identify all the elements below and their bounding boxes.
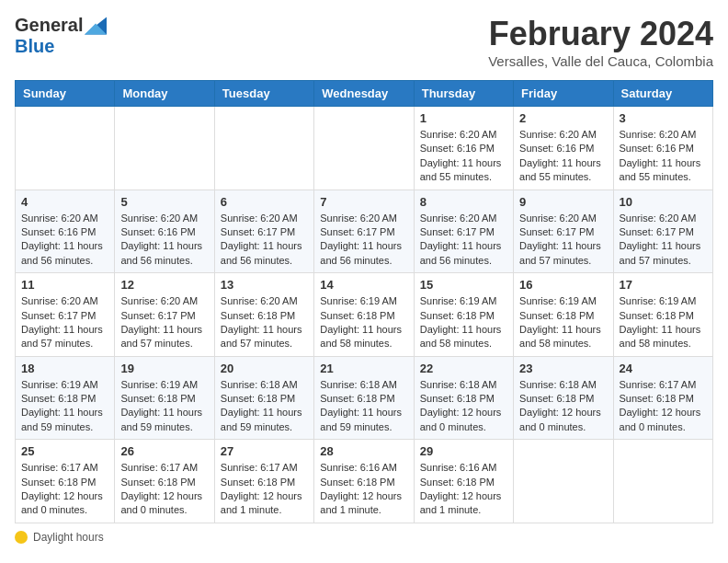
calendar-cell: 27Sunrise: 6:17 AMSunset: 6:18 PMDayligh… (214, 440, 313, 523)
day-info: Sunrise: 6:18 AMSunset: 6:18 PMDaylight:… (221, 378, 308, 435)
day-info: Sunrise: 6:19 AMSunset: 6:18 PMDaylight:… (320, 294, 407, 351)
day-info: Sunrise: 6:18 AMSunset: 6:18 PMDaylight:… (320, 378, 407, 435)
day-number: 21 (320, 362, 407, 375)
calendar-cell: 10Sunrise: 6:20 AMSunset: 6:17 PMDayligh… (613, 190, 712, 273)
day-info: Sunrise: 6:17 AMSunset: 6:18 PMDaylight:… (620, 378, 707, 435)
day-info: Sunrise: 6:20 AMSunset: 6:17 PMDaylight:… (120, 294, 208, 351)
calendar-week-row: 25Sunrise: 6:17 AMSunset: 6:18 PMDayligh… (16, 440, 713, 523)
day-number: 9 (519, 195, 607, 209)
calendar-cell: 23Sunrise: 6:18 AMSunset: 6:18 PMDayligh… (514, 356, 613, 440)
weekday-header-thursday: Thursday (414, 81, 513, 107)
day-number: 17 (620, 278, 707, 292)
day-number: 11 (21, 278, 108, 292)
weekday-header-saturday: Saturday (613, 81, 712, 107)
title-area: February 2024 Versalles, Valle del Cauca… (488, 15, 713, 69)
day-number: 20 (221, 362, 308, 375)
footer-note: Daylight hours (15, 531, 713, 544)
calendar-cell: 18Sunrise: 6:19 AMSunset: 6:18 PMDayligh… (16, 356, 115, 440)
weekday-header-row: SundayMondayTuesdayWednesdayThursdayFrid… (16, 81, 713, 107)
day-info: Sunrise: 6:20 AMSunset: 6:17 PMDaylight:… (620, 212, 707, 269)
calendar-cell: 5Sunrise: 6:20 AMSunset: 6:16 PMDaylight… (115, 190, 214, 273)
calendar-cell (314, 107, 414, 190)
logo-icon (85, 17, 107, 35)
day-number: 25 (21, 444, 108, 458)
day-info: Sunrise: 6:20 AMSunset: 6:17 PMDaylight:… (21, 294, 108, 351)
day-number: 27 (221, 444, 308, 458)
day-info: Sunrise: 6:20 AMSunset: 6:17 PMDaylight:… (519, 212, 607, 269)
day-info: Sunrise: 6:19 AMSunset: 6:18 PMDaylight:… (620, 294, 707, 351)
day-number: 23 (519, 362, 607, 375)
weekday-header-wednesday: Wednesday (314, 81, 414, 107)
day-number: 12 (120, 278, 208, 292)
day-number: 10 (620, 195, 707, 209)
day-info: Sunrise: 6:19 AMSunset: 6:18 PMDaylight:… (21, 378, 108, 435)
calendar-cell (16, 107, 115, 190)
weekday-header-monday: Monday (115, 81, 214, 107)
calendar-cell: 29Sunrise: 6:16 AMSunset: 6:18 PMDayligh… (414, 440, 513, 523)
day-info: Sunrise: 6:20 AMSunset: 6:16 PMDaylight:… (620, 128, 707, 185)
calendar-cell: 3Sunrise: 6:20 AMSunset: 6:16 PMDaylight… (613, 107, 712, 190)
day-number: 28 (320, 444, 407, 458)
calendar-cell: 19Sunrise: 6:19 AMSunset: 6:18 PMDayligh… (115, 356, 214, 440)
day-info: Sunrise: 6:19 AMSunset: 6:18 PMDaylight:… (519, 294, 607, 351)
logo-general-text: General (15, 15, 83, 36)
day-info: Sunrise: 6:19 AMSunset: 6:18 PMDaylight:… (120, 378, 208, 435)
calendar-cell: 28Sunrise: 6:16 AMSunset: 6:18 PMDayligh… (314, 440, 414, 523)
calendar-cell: 21Sunrise: 6:18 AMSunset: 6:18 PMDayligh… (314, 356, 414, 440)
calendar-cell: 4Sunrise: 6:20 AMSunset: 6:16 PMDaylight… (16, 190, 115, 273)
calendar-cell: 25Sunrise: 6:17 AMSunset: 6:18 PMDayligh… (16, 440, 115, 523)
calendar-cell: 1Sunrise: 6:20 AMSunset: 6:16 PMDaylight… (414, 107, 513, 190)
day-number: 4 (21, 195, 108, 209)
calendar-cell: 15Sunrise: 6:19 AMSunset: 6:18 PMDayligh… (414, 273, 513, 357)
day-number: 19 (120, 362, 208, 375)
logo-area: General Blue (15, 15, 107, 57)
day-number: 16 (519, 278, 607, 292)
calendar-cell: 14Sunrise: 6:19 AMSunset: 6:18 PMDayligh… (314, 273, 414, 357)
sun-icon (15, 531, 28, 544)
calendar-cell (115, 107, 214, 190)
day-number: 29 (420, 444, 507, 458)
day-info: Sunrise: 6:20 AMSunset: 6:17 PMDaylight:… (420, 212, 507, 269)
day-number: 6 (221, 195, 308, 209)
calendar-cell (514, 440, 613, 523)
calendar-week-row: 1Sunrise: 6:20 AMSunset: 6:16 PMDaylight… (16, 107, 713, 190)
day-info: Sunrise: 6:20 AMSunset: 6:16 PMDaylight:… (519, 128, 607, 185)
day-number: 7 (320, 195, 407, 209)
day-number: 24 (620, 362, 707, 375)
day-info: Sunrise: 6:20 AMSunset: 6:16 PMDaylight:… (120, 212, 208, 269)
weekday-header-friday: Friday (514, 81, 613, 107)
calendar-cell: 17Sunrise: 6:19 AMSunset: 6:18 PMDayligh… (613, 273, 712, 357)
calendar-week-row: 18Sunrise: 6:19 AMSunset: 6:18 PMDayligh… (16, 356, 713, 440)
calendar-week-row: 11Sunrise: 6:20 AMSunset: 6:17 PMDayligh… (16, 273, 713, 357)
month-title: February 2024 (488, 15, 713, 53)
calendar-cell: 6Sunrise: 6:20 AMSunset: 6:17 PMDaylight… (214, 190, 313, 273)
calendar-cell: 11Sunrise: 6:20 AMSunset: 6:17 PMDayligh… (16, 273, 115, 357)
calendar-table: SundayMondayTuesdayWednesdayThursdayFrid… (15, 80, 713, 523)
location-title: Versalles, Valle del Cauca, Colombia (488, 53, 713, 69)
day-info: Sunrise: 6:19 AMSunset: 6:18 PMDaylight:… (420, 294, 507, 351)
day-number: 2 (519, 111, 607, 125)
day-number: 8 (420, 195, 507, 209)
day-info: Sunrise: 6:18 AMSunset: 6:18 PMDaylight:… (420, 378, 507, 435)
weekday-header-tuesday: Tuesday (214, 81, 313, 107)
day-info: Sunrise: 6:20 AMSunset: 6:17 PMDaylight:… (221, 212, 308, 269)
day-info: Sunrise: 6:17 AMSunset: 6:18 PMDaylight:… (21, 461, 108, 518)
day-info: Sunrise: 6:17 AMSunset: 6:18 PMDaylight:… (120, 461, 208, 518)
calendar-cell (214, 107, 313, 190)
day-info: Sunrise: 6:20 AMSunset: 6:17 PMDaylight:… (320, 212, 407, 269)
day-number: 22 (420, 362, 507, 375)
calendar-cell: 8Sunrise: 6:20 AMSunset: 6:17 PMDaylight… (414, 190, 513, 273)
day-number: 1 (420, 111, 507, 125)
day-number: 18 (21, 362, 108, 375)
calendar-cell: 16Sunrise: 6:19 AMSunset: 6:18 PMDayligh… (514, 273, 613, 357)
day-number: 13 (221, 278, 308, 292)
daylight-label: Daylight hours (33, 531, 104, 544)
day-info: Sunrise: 6:18 AMSunset: 6:18 PMDaylight:… (519, 378, 607, 435)
day-info: Sunrise: 6:20 AMSunset: 6:18 PMDaylight:… (221, 294, 308, 351)
calendar-cell: 26Sunrise: 6:17 AMSunset: 6:18 PMDayligh… (115, 440, 214, 523)
calendar-cell (613, 440, 712, 523)
day-info: Sunrise: 6:20 AMSunset: 6:16 PMDaylight:… (21, 212, 108, 269)
day-number: 14 (320, 278, 407, 292)
logo: General (15, 15, 107, 36)
day-number: 3 (620, 111, 707, 125)
